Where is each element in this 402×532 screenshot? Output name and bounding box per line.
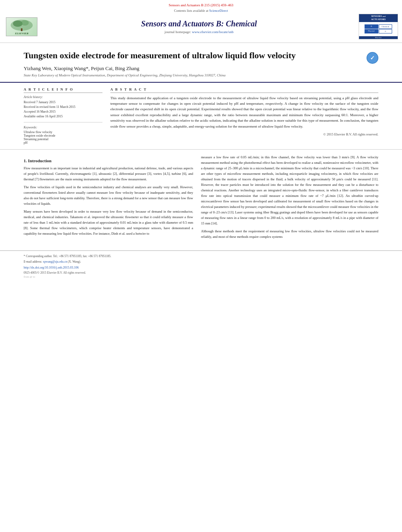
journal-ref: Sensors and Actuators B 215 (2015) 459–4…: [0, 3, 402, 7]
intro-para1: Flow measurement is an important issue i…: [24, 165, 193, 182]
footer-copyright: 0925-4005/© 2015 Elsevier B.V. All right…: [24, 271, 378, 274]
info-divider: [24, 122, 102, 122]
sensors-actuators-logo: SENSORS and ACTUATORS B Chemical Physica…: [359, 14, 398, 39]
footer: * Corresponding author. Tel.: +86 571 87…: [0, 250, 402, 282]
elsevier-text: ELSEVIER: [15, 32, 28, 35]
intro-para4: measure a low flow rate of 0.05 mL/min; …: [201, 154, 378, 226]
svg-rect-3: [21, 28, 22, 31]
main-content: 1. Introduction Flow measurement is an i…: [0, 150, 402, 247]
sa-cell-2: Chemical: [379, 24, 393, 29]
article-title: Tungsten oxide electrode for measurement…: [24, 50, 363, 61]
homepage-link[interactable]: www.elsevier.com/locate/snb: [192, 30, 233, 34]
article-info-title: A R T I C L E I N F O: [24, 87, 102, 93]
abstract-copyright: © 2015 Elsevier B.V. All rights reserved…: [110, 132, 378, 136]
article-info: A R T I C L E I N F O Article history: R…: [24, 87, 102, 145]
crossmark-svg: ✓: [367, 52, 378, 63]
left-column: 1. Introduction Flow measurement is an i…: [24, 154, 193, 242]
from-to-note: from @ to: [24, 275, 378, 278]
keywords-label: Keywords:: [24, 126, 102, 129]
sciencedirect-link[interactable]: ScienceDirect: [209, 9, 228, 13]
journal-title-block: Sensors and Actuators B: Chemical journa…: [39, 19, 359, 34]
intro-para3: Many sensors have been developed in orde…: [24, 209, 193, 236]
svg-text:✓: ✓: [370, 55, 375, 61]
affiliation: State Key Laboratory of Modern Optical I…: [24, 73, 378, 77]
info-abstract-section: A R T I C L E I N F O Article history: R…: [0, 83, 402, 150]
title-crossmark-row: Tungsten oxide electrode for measurement…: [24, 50, 378, 65]
crossmark-icon: ✓: [367, 52, 378, 64]
keyword-1: Ultralow flow velocity: [24, 130, 102, 134]
intro-heading: 1. Introduction: [24, 158, 193, 163]
journal-title: Sensors and Actuators B: Chemical: [47, 19, 351, 28]
footnote-email: E-mail address: xpwang@zju.edu.cn (X. Wa…: [24, 260, 378, 264]
sa-cell-1: B: [365, 24, 378, 29]
right-column: measure a low flow rate of 0.05 mL/min; …: [201, 154, 378, 242]
abstract-text: This study demonstrated the application …: [110, 95, 378, 129]
elsevier-logo: ELSEVIER: [4, 16, 39, 37]
keyword-3: Streaming potential: [24, 137, 102, 141]
abstract-title: A B S T R A C T: [110, 87, 378, 93]
received-date: Received 7 January 2015: [24, 100, 102, 105]
authors: Yizhang Wen, Xiaoping Wang*, Peijun Cai,…: [24, 65, 378, 72]
svg-point-2: [21, 20, 29, 26]
intro-para2: The flow velocities of liquids used in t…: [24, 184, 193, 206]
sa-cell-3: Physical: [365, 29, 378, 33]
footnote-star: * Corresponding author. Tel.: +86 571 87…: [24, 254, 378, 259]
available-date: Available online 16 April 2015: [24, 114, 102, 119]
email-link[interactable]: xpwang@zju.edu.cn: [43, 260, 67, 263]
accepted-date: Accepted 16 March 2015: [24, 109, 102, 114]
article-header: Tungsten oxide electrode for measurement…: [0, 43, 402, 83]
elsevier-tree-icon: [10, 18, 34, 32]
doi-link[interactable]: http://dx.doi.org/10.1016/j.snb.2015.03.…: [24, 266, 378, 269]
header: Sensors and Actuators B 215 (2015) 459–4…: [0, 0, 402, 43]
journal-homepage: journal homepage: www.elsevier.com/locat…: [47, 30, 351, 34]
keyword-2: Tungsten oxide electrode: [24, 134, 102, 137]
header-main: ELSEVIER Sensors and Actuators B: Chemic…: [0, 14, 402, 43]
contents-label: Contents lists available at ScienceDirec…: [0, 9, 402, 13]
intro-para5: Although these methods meet the requirem…: [201, 228, 378, 239]
received-revised-date: Received in revised form 11 March 2015: [24, 105, 102, 109]
history-label: Article history:: [24, 95, 102, 99]
journal-reference: Sensors and Actuators B 215 (2015) 459–4…: [169, 3, 233, 7]
abstract-section: A B S T R A C T This study demonstrated …: [110, 87, 378, 145]
sa-top-text: SENSORS and ACTUATORS: [359, 14, 398, 22]
keyword-4: pH: [24, 141, 102, 145]
sa-inner: B Chemical Physical A: [359, 22, 398, 36]
sa-cell-4: A: [379, 29, 393, 33]
sa-grid: B Chemical Physical A: [365, 24, 392, 33]
elsevier-logo-img: ELSEVIER: [6, 17, 37, 36]
sa-bottom: Elsevier: [359, 36, 398, 39]
svg-point-1: [13, 20, 22, 27]
